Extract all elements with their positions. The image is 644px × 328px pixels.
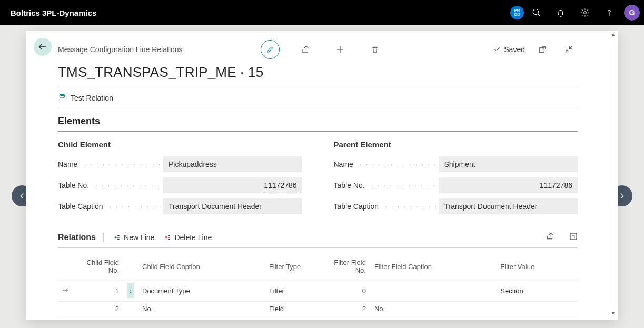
relations-table: Child Field No. Child Field Caption Filt… (58, 251, 578, 316)
parent-name-label: Name (334, 160, 439, 168)
test-relation-icon (58, 93, 66, 103)
child-tablecaption-label: Table Caption (58, 202, 163, 211)
user-avatar[interactable]: G (624, 5, 640, 21)
col-filter-type[interactable]: Filter Type (265, 251, 318, 280)
help-icon[interactable] (598, 1, 621, 24)
svg-point-12 (60, 94, 64, 96)
parent-element-group: Parent Element Name Shipment Table No. 1… (334, 140, 578, 220)
child-element-group: Child Element Name Pickupaddress Table N… (58, 140, 302, 220)
parent-tablecaption-value[interactable]: Transport Document Header (439, 198, 578, 214)
cell-filter-type[interactable]: Filter (265, 280, 318, 302)
row-menu-button[interactable] (127, 283, 134, 298)
cell-child-field-no[interactable]: 1 (76, 280, 123, 302)
detail-card: Message Configuration Line Relations (26, 31, 618, 320)
relations-expand-icon[interactable] (569, 232, 578, 242)
cell-filter-value[interactable]: Section (496, 280, 578, 302)
collapse-icon[interactable] (560, 41, 578, 58)
svg-line-10 (569, 46, 572, 49)
child-tablecaption-value[interactable]: Transport Document Header (163, 198, 302, 214)
section-elements-title[interactable]: Elements (58, 108, 578, 132)
relations-title[interactable]: Relations (58, 233, 104, 242)
delete-icon[interactable] (366, 41, 384, 58)
share-icon[interactable] (296, 41, 314, 58)
svg-rect-18 (570, 233, 577, 240)
cell-filter-type[interactable]: Field (265, 302, 318, 316)
settings-icon[interactable] (573, 1, 597, 24)
environment-badge[interactable]: PR OD (510, 6, 524, 19)
page-title: TMS_TRANSPAS_TRIP_ME · 15 (58, 64, 578, 81)
col-filter-field-caption[interactable]: Filter Field Caption (370, 251, 496, 280)
col-filter-value[interactable]: Filter Value (496, 251, 578, 280)
cell-filter-field-no[interactable]: 0 (318, 280, 370, 302)
svg-point-2 (584, 12, 587, 14)
test-relation-button[interactable]: Test Relation (71, 94, 113, 102)
svg-line-1 (538, 14, 540, 16)
child-tableno-value[interactable]: 11172786 (163, 177, 302, 193)
cell-child-field-caption[interactable]: No. (138, 302, 265, 316)
relations-share-icon[interactable] (546, 232, 554, 242)
svg-line-11 (566, 50, 568, 53)
child-name-label: Name (58, 160, 163, 168)
svg-point-21 (130, 290, 131, 291)
new-line-button[interactable]: New Line (113, 233, 154, 242)
vertical-scrollbar[interactable] (609, 31, 618, 320)
col-filter-field-no[interactable]: Filter Field No. (318, 251, 370, 280)
parent-tableno-label: Table No. (334, 181, 439, 190)
breadcrumb: Message Configuration Line Relations (58, 45, 183, 54)
delete-line-button[interactable]: Delete Line (164, 233, 212, 242)
svg-point-3 (609, 15, 609, 15)
app-name: Boltrics 3PL-Dynamics (11, 8, 96, 17)
edit-button[interactable] (261, 40, 280, 59)
cell-filter-value[interactable] (496, 302, 578, 316)
notification-icon[interactable] (549, 1, 572, 24)
search-icon[interactable] (525, 1, 548, 24)
parent-tableno-value[interactable]: 11172786 (439, 177, 578, 193)
parent-tablecaption-label: Table Caption (334, 202, 439, 211)
open-new-window-icon[interactable] (533, 41, 551, 58)
svg-point-20 (130, 289, 131, 290)
child-name-value[interactable]: Pickupaddress (163, 156, 302, 172)
col-child-field-no[interactable]: Child Field No. (76, 251, 123, 280)
cell-filter-field-no[interactable]: 2 (318, 302, 370, 316)
cell-filter-field-caption[interactable]: No. (370, 302, 496, 316)
parent-element-heading: Parent Element (334, 140, 578, 149)
cell-child-field-caption[interactable]: Document Type (138, 280, 265, 302)
svg-line-9 (542, 47, 545, 49)
child-tableno-label: Table No. (58, 181, 163, 190)
saved-indicator: Saved (493, 45, 525, 54)
new-icon[interactable] (331, 41, 349, 58)
table-row[interactable]: 2No.Field2No. (58, 302, 578, 316)
cell-child-field-no[interactable]: 2 (76, 302, 123, 316)
col-child-field-caption[interactable]: Child Field Caption (138, 251, 265, 280)
svg-point-0 (533, 9, 539, 15)
table-row[interactable]: 1Document TypeFilter0Section (58, 280, 578, 302)
cell-filter-field-caption[interactable] (370, 280, 496, 302)
parent-name-value[interactable]: Shipment (439, 156, 578, 172)
row-selected-icon (62, 287, 70, 295)
top-app-bar: Boltrics 3PL-Dynamics PR OD G (0, 0, 644, 25)
svg-point-22 (130, 292, 131, 293)
child-element-heading: Child Element (58, 140, 302, 149)
